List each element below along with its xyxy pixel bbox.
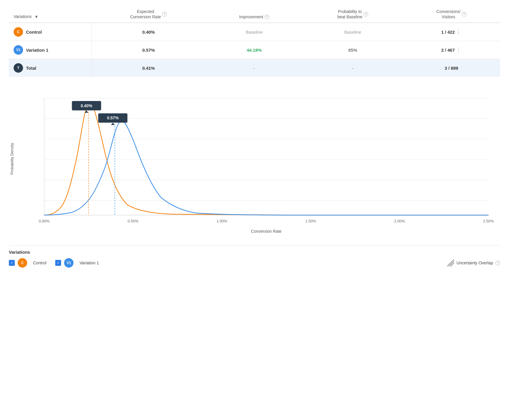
control-probability: Baseline: [303, 23, 403, 41]
tooltip-control: 0.40%: [72, 101, 101, 113]
svg-line-23: [447, 259, 454, 266]
total-conversions: 3 / 889: [403, 59, 500, 77]
control-menu[interactable]: ⋮: [456, 29, 461, 35]
svg-text:2.50%: 2.50%: [483, 219, 494, 223]
variation1-menu[interactable]: ⋮: [456, 47, 461, 53]
probability-info-icon[interactable]: ?: [363, 12, 368, 17]
control-legend-label: Control: [33, 261, 46, 265]
variation1-improvement: 44.18%: [205, 41, 303, 59]
y-axis-label: Probability Density: [10, 143, 14, 175]
variation1-probability: 65%: [303, 41, 403, 59]
legend-item-variation1: ✓ V1 Variation 1: [55, 258, 99, 268]
col-header-variations: Variations ▼: [9, 6, 92, 23]
legend-section: Variations ✓ C Control ✓ V1 Variation 1: [9, 245, 500, 268]
uncertainty-overlap-icon: [447, 259, 454, 266]
control-conversions: 1 / 422 ⋮: [403, 23, 500, 41]
probability-density-chart: 0.00% 0.50% 1.00% 1.50% 2.00% 2.50% Conv…: [27, 86, 500, 239]
improvement-info-icon[interactable]: ?: [265, 14, 269, 19]
blue-curve: [44, 121, 488, 215]
variation1-checkbox[interactable]: ✓: [55, 260, 61, 266]
svg-text:0.40%: 0.40%: [81, 103, 92, 108]
control-label: Control: [26, 30, 42, 35]
chart-section: Probability Density 0.00% 0.50% 1.00% 1.…: [9, 86, 500, 239]
legend-items: ✓ C Control ✓ V1 Variation 1 Uncertainty…: [9, 258, 500, 268]
variation1-legend-label: Variation 1: [79, 261, 99, 265]
variation1-label: Variation 1: [26, 48, 48, 53]
ecr-info-icon[interactable]: ?: [162, 12, 167, 17]
control-legend-badge: C: [18, 258, 27, 268]
stats-table: Variations ▼ ExpectedConversion Rate ? I…: [9, 6, 500, 77]
variation-name-variation1: V1 Variation 1: [9, 41, 92, 59]
col-header-ecr: ExpectedConversion Rate ?: [92, 6, 205, 23]
svg-text:1.50%: 1.50%: [305, 219, 316, 223]
control-badge: C: [14, 27, 23, 37]
svg-text:0.50%: 0.50%: [128, 219, 138, 223]
svg-text:0.57%: 0.57%: [107, 116, 118, 121]
legend-item-control: ✓ C Control: [9, 258, 46, 268]
total-ecr: 0.41%: [92, 59, 205, 77]
svg-text:Conversion Rate: Conversion Rate: [251, 229, 282, 234]
col-header-conversions: Conversions/Visitors ?: [403, 6, 500, 23]
variation1-conversions: 2 / 467 ⋮: [403, 41, 500, 59]
uncertainty-overlap-label: Uncertainty Overlap: [456, 261, 493, 265]
variation-name-total: T Total: [9, 59, 92, 77]
col-header-probability: Probability tobeat Baseline ?: [303, 6, 403, 23]
tooltip-variation1: 0.57%: [98, 113, 128, 125]
svg-marker-21: [111, 123, 115, 125]
variation1-badge: V1: [14, 45, 23, 55]
variation1-ecr: 0.57%: [92, 41, 205, 59]
variation1-legend-badge: V1: [64, 258, 74, 268]
svg-text:2.00%: 2.00%: [394, 219, 405, 223]
table-row-variation1: V1 Variation 1 0.57% 44.18% 65% 2 / 467 …: [9, 41, 500, 59]
chart-container: 0.00% 0.50% 1.00% 1.50% 2.00% 2.50% Conv…: [27, 86, 500, 239]
uncertainty-info-icon[interactable]: ?: [495, 261, 500, 265]
table-row-control: C Control 0.40% Baseline Baseline 1 / 42…: [9, 23, 500, 41]
svg-text:0.00%: 0.00%: [39, 219, 49, 223]
legend-title: Variations: [9, 250, 500, 255]
total-probability: -: [303, 59, 403, 77]
filter-icon[interactable]: ▼: [35, 14, 38, 19]
table-row-total: T Total 0.41% - - 3 / 889: [9, 59, 500, 77]
legend-right: Uncertainty Overlap ?: [447, 259, 500, 266]
total-label: Total: [26, 66, 36, 71]
legend-left: ✓ C Control ✓ V1 Variation 1: [9, 258, 99, 268]
total-improvement: -: [205, 59, 303, 77]
control-checkbox[interactable]: ✓: [9, 260, 15, 266]
svg-text:1.00%: 1.00%: [216, 219, 227, 223]
conversions-info-icon[interactable]: ?: [462, 12, 466, 17]
control-improvement: Baseline: [205, 23, 303, 41]
col-header-improvement: Improvement ?: [205, 6, 303, 23]
variation-name-control: C Control: [9, 23, 92, 41]
control-ecr: 0.40%: [92, 23, 205, 41]
total-badge: T: [14, 63, 23, 73]
